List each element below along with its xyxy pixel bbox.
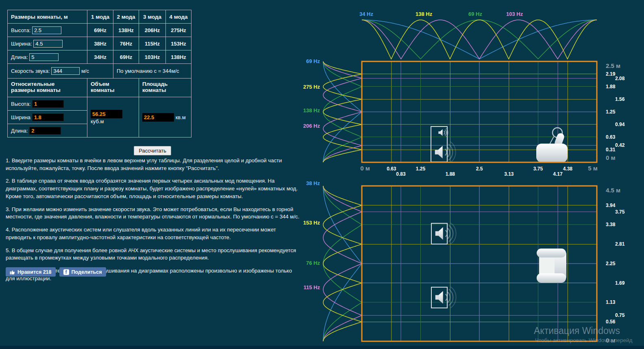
- windows-activation-hint: Чтобы активировать Windows, перейд: [535, 337, 632, 343]
- instruction-1: 1. Введите размеры комнаты в ячейки в ле…: [6, 157, 301, 172]
- speed-note: По умолчанию с = 344м/с: [113, 64, 191, 79]
- relative-size-title: Относительные размеры комнаты: [8, 79, 87, 97]
- svg-text:2.25: 2.25: [606, 261, 616, 266]
- height-input[interactable]: [32, 26, 61, 34]
- svg-text:2.5 м: 2.5 м: [606, 62, 620, 69]
- section-speaker-icon: [431, 127, 456, 163]
- svg-text:2.08: 2.08: [615, 76, 625, 81]
- plan-listener-chair-icon: [537, 249, 566, 283]
- calculate-button[interactable]: Рассчитать: [134, 146, 171, 155]
- svg-text:1.69: 1.69: [615, 280, 625, 286]
- svg-text:69 Hz: 69 Hz: [306, 58, 320, 64]
- sound-speed-input[interactable]: [51, 67, 80, 75]
- svg-text:3.13: 3.13: [504, 171, 514, 177]
- facebook-icon: f: [63, 269, 69, 275]
- svg-text:2.81: 2.81: [615, 241, 625, 247]
- speed-unit: м/с: [81, 68, 89, 74]
- thumb-up-icon: [10, 269, 15, 275]
- svg-text:153 Hz: 153 Hz: [303, 220, 320, 226]
- length-input[interactable]: [29, 53, 59, 61]
- svg-text:0.75: 0.75: [615, 312, 625, 318]
- room-modes-table: Размеры комнаты, м 1 мода 2 мода 3 мода …: [7, 10, 191, 137]
- svg-text:3.75: 3.75: [615, 209, 625, 215]
- svg-text:0.63: 0.63: [606, 134, 616, 140]
- bottom-bar: [0, 346, 644, 349]
- social-buttons: Нравится 218 f Поделиться: [6, 267, 106, 277]
- svg-text:275 Hz: 275 Hz: [303, 84, 320, 90]
- instruction-3: 3. При желании можно изменить значение с…: [6, 206, 301, 221]
- svg-text:0.42: 0.42: [615, 142, 625, 148]
- length-mode3-freq: 103Hz: [139, 50, 166, 64]
- width-mode2-freq: 76Hz: [113, 37, 139, 50]
- share-button[interactable]: f Поделиться: [59, 267, 106, 277]
- share-button-label: Поделиться: [72, 269, 102, 275]
- mode-2-header: 2 мода: [113, 10, 139, 24]
- svg-text:5 м: 5 м: [588, 165, 598, 172]
- height-mode4-freq: 275Hz: [166, 24, 191, 37]
- speed-label: Скорость звука:: [11, 68, 50, 74]
- height-mode1-freq: 69Hz: [87, 24, 113, 37]
- width-mode1-freq: 38Hz: [87, 37, 113, 50]
- svg-text:34 Hz: 34 Hz: [359, 11, 373, 17]
- svg-text:0.94: 0.94: [615, 122, 625, 127]
- mode-3-header: 3 мода: [139, 10, 166, 24]
- svg-text:1.13: 1.13: [606, 299, 616, 305]
- svg-text:69 Hz: 69 Hz: [468, 11, 482, 17]
- length-mode4-freq: 138Hz: [166, 50, 191, 64]
- svg-text:1.56: 1.56: [615, 96, 625, 102]
- room-plan-outline: [362, 186, 597, 341]
- length-mode2-freq: 69Hz: [113, 50, 139, 64]
- svg-text:4.38: 4.38: [563, 166, 573, 172]
- svg-text:2.19: 2.19: [606, 71, 616, 77]
- plan-speaker-icon-1: [431, 223, 456, 244]
- like-button-label: Нравится 218: [17, 269, 52, 275]
- svg-text:0 м: 0 м: [606, 154, 616, 161]
- svg-text:0.31: 0.31: [606, 147, 616, 153]
- instruction-5: 5. В общем случае для получения более ро…: [6, 247, 301, 262]
- svg-text:4.17: 4.17: [553, 171, 563, 177]
- svg-text:0.56: 0.56: [606, 319, 616, 325]
- area-unit: кв.м: [176, 114, 186, 120]
- rel-height-label: Высота:: [11, 101, 30, 107]
- rel-length-value: [29, 127, 61, 135]
- svg-text:3.75: 3.75: [533, 166, 543, 172]
- section-listener-chair-icon: [536, 128, 568, 162]
- volume-value: 56.25: [91, 110, 122, 118]
- height-mode3-freq: 206Hz: [139, 24, 166, 37]
- svg-text:103 Hz: 103 Hz: [506, 11, 523, 17]
- rel-height-value: [32, 100, 64, 108]
- area-value: 22.5: [142, 113, 174, 122]
- mode-4-header: 4 мода: [166, 10, 191, 24]
- volume-title: Объем комнаты: [87, 79, 139, 97]
- width-mode4-freq: 153Hz: [166, 37, 191, 50]
- svg-text:2.5: 2.5: [476, 166, 483, 172]
- svg-text:1.88: 1.88: [606, 84, 616, 89]
- width-mode3-freq: 115Hz: [139, 37, 166, 50]
- svg-text:0 м: 0 м: [360, 165, 370, 172]
- windows-activation-watermark: Активация Windows: [534, 325, 620, 336]
- svg-text:1.25: 1.25: [416, 166, 426, 172]
- svg-text:4.5 м: 4.5 м: [606, 187, 620, 194]
- svg-text:138 Hz: 138 Hz: [303, 107, 320, 113]
- instruction-4: 4. Расположение акустических систем или …: [6, 226, 301, 241]
- area-title: Площадь комнаты: [139, 79, 191, 97]
- svg-text:3.94: 3.94: [606, 203, 616, 208]
- like-button[interactable]: Нравится 218: [6, 267, 56, 277]
- height-mode2-freq: 138Hz: [113, 24, 139, 37]
- plan-speaker-icon-2: [431, 287, 456, 308]
- svg-text:3.38: 3.38: [606, 222, 616, 227]
- svg-text:38 Hz: 38 Hz: [306, 180, 320, 186]
- room-section-outline: [362, 61, 597, 162]
- width-label: Ширина:: [11, 41, 32, 47]
- svg-text:206 Hz: 206 Hz: [303, 123, 320, 129]
- svg-text:115 Hz: 115 Hz: [304, 284, 320, 290]
- rel-width-value: [32, 113, 64, 121]
- svg-text:76 Hz: 76 Hz: [306, 260, 320, 266]
- svg-text:138 Hz: 138 Hz: [416, 11, 433, 17]
- rel-width-label: Ширина: [11, 114, 30, 120]
- svg-text:0.63: 0.63: [387, 166, 396, 172]
- width-input[interactable]: [33, 40, 63, 48]
- instruction-2: 2. В таблице справа от ячеек ввода отобр…: [6, 177, 301, 200]
- svg-text:1.88: 1.88: [446, 171, 455, 177]
- length-mode1-freq: 34Hz: [87, 50, 113, 64]
